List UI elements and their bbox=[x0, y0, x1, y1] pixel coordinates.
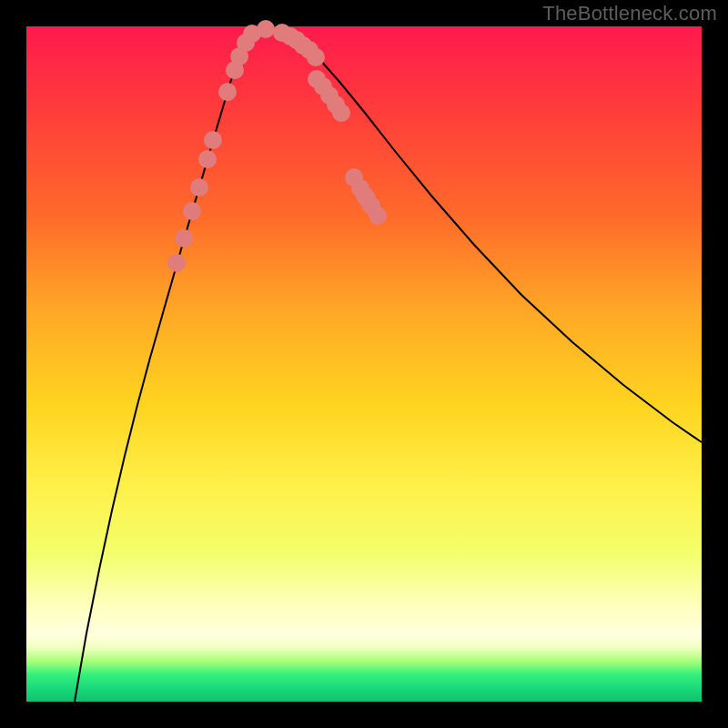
dot bbox=[332, 104, 350, 122]
dot bbox=[183, 202, 201, 220]
chart-svg bbox=[26, 26, 702, 702]
dot bbox=[218, 83, 237, 101]
highlighted-points bbox=[167, 20, 387, 272]
dot bbox=[204, 131, 222, 149]
dot bbox=[167, 254, 186, 272]
dot bbox=[175, 229, 193, 248]
dot bbox=[257, 20, 275, 38]
dot bbox=[307, 48, 325, 66]
watermark-text: TheBottleneck.com bbox=[542, 2, 717, 25]
bottleneck-curve bbox=[75, 28, 702, 702]
chart-frame: TheBottleneck.com bbox=[0, 0, 728, 728]
dot bbox=[190, 178, 208, 197]
dot bbox=[198, 150, 217, 168]
dot bbox=[369, 207, 387, 225]
